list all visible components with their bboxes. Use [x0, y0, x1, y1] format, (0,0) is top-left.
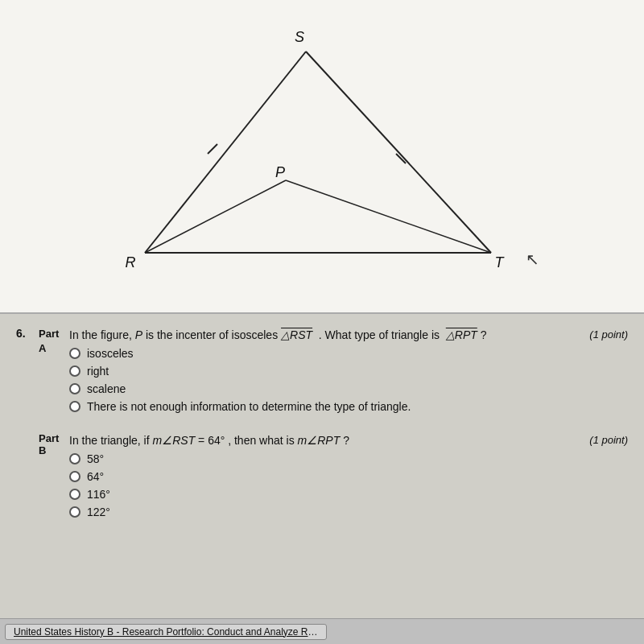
- page-container: S R T P ↖ 6. PartA In the figure, P is t…: [0, 0, 644, 644]
- label-T: T: [495, 254, 506, 270]
- questions-area: 6. PartA In the figure, P is the incente…: [0, 314, 644, 539]
- tick-RS: [208, 144, 217, 154]
- question-6b-text: In the triangle, if m∠RST = 64° , then w…: [69, 432, 628, 449]
- option-isosceles[interactable]: isosceles: [69, 347, 628, 360]
- taskbar: United States History B - Research Portf…: [0, 618, 644, 644]
- option-right[interactable]: right: [69, 365, 628, 378]
- line-ST: [306, 52, 491, 253]
- option-116[interactable]: 116°: [69, 488, 628, 501]
- label-S: S: [295, 29, 304, 45]
- option-not-enough[interactable]: There is not enough information to deter…: [69, 400, 628, 413]
- radio-116[interactable]: [69, 489, 80, 500]
- radio-scalene[interactable]: [69, 383, 80, 394]
- line-PT: [286, 180, 491, 253]
- question-6a-content: In the figure, P is the incenter of isos…: [69, 327, 628, 418]
- radio-58[interactable]: [69, 453, 80, 464]
- option-58[interactable]: 58°: [69, 452, 628, 465]
- question-6a-text: In the figure, P is the incenter of isos…: [69, 327, 628, 344]
- radio-122[interactable]: [69, 506, 80, 518]
- line-RP: [145, 180, 286, 253]
- label-R: R: [126, 254, 136, 270]
- question-number-6: 6.: [16, 327, 39, 418]
- part-b-label: PartB: [39, 432, 69, 523]
- radio-right[interactable]: [69, 365, 80, 377]
- options-6a: isosceles right scalene There is not eno…: [69, 347, 628, 413]
- triangle-diagram: S R T P: [80, 19, 564, 301]
- line-RS: [145, 52, 306, 253]
- label-P: P: [275, 164, 285, 180]
- radio-64[interactable]: [69, 471, 80, 482]
- option-scalene[interactable]: scalene: [69, 382, 628, 395]
- radio-isosceles[interactable]: [69, 348, 80, 359]
- option-64[interactable]: 64°: [69, 470, 628, 483]
- question-6b-content: In the triangle, if m∠RST = 64° , then w…: [69, 432, 628, 523]
- taskbar-item[interactable]: United States History B - Research Portf…: [5, 624, 327, 640]
- options-6b: 58° 64° 116° 122°: [69, 452, 628, 518]
- option-122[interactable]: 122°: [69, 506, 628, 518]
- part-a-label: PartA: [39, 327, 69, 418]
- radio-not-enough[interactable]: [69, 401, 80, 412]
- point-label-6a: (1 point): [589, 327, 628, 343]
- part-b-number-space: [16, 432, 39, 523]
- diagram-panel: S R T P ↖: [0, 0, 644, 314]
- point-label-6b: (1 point): [589, 432, 628, 448]
- question-6a-block: 6. PartA In the figure, P is the incente…: [16, 327, 628, 418]
- question-6b-block: PartB In the triangle, if m∠RST = 64° , …: [16, 432, 628, 523]
